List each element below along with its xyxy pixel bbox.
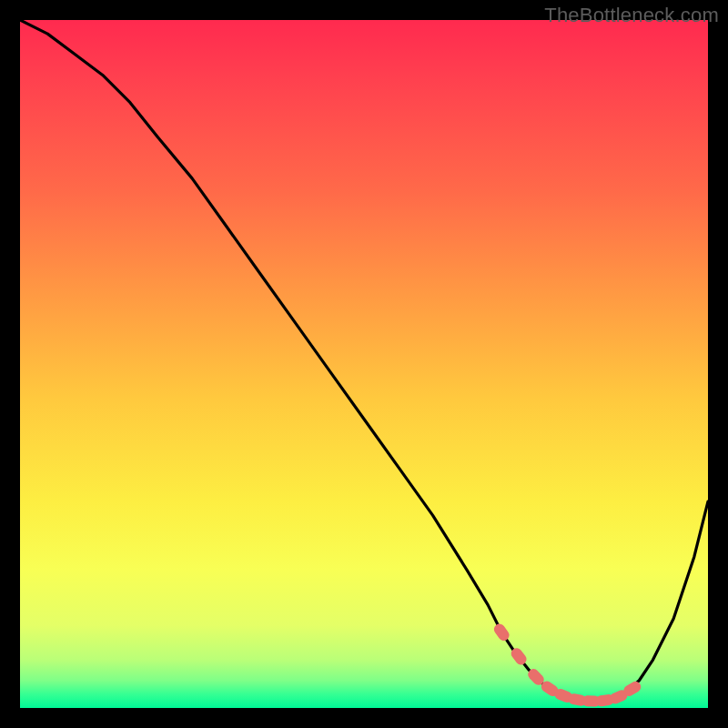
optimal-marker: [492, 622, 511, 642]
watermark-text: TheBottleneck.com: [544, 4, 719, 27]
chart-svg: [20, 20, 708, 708]
chart-frame: TheBottleneck.com: [0, 0, 728, 728]
optimal-markers: [492, 622, 643, 707]
plot-area: [20, 20, 708, 708]
marker-pill: [492, 622, 511, 642]
curve-line: [20, 20, 708, 701]
bottleneck-curve: [20, 20, 708, 701]
